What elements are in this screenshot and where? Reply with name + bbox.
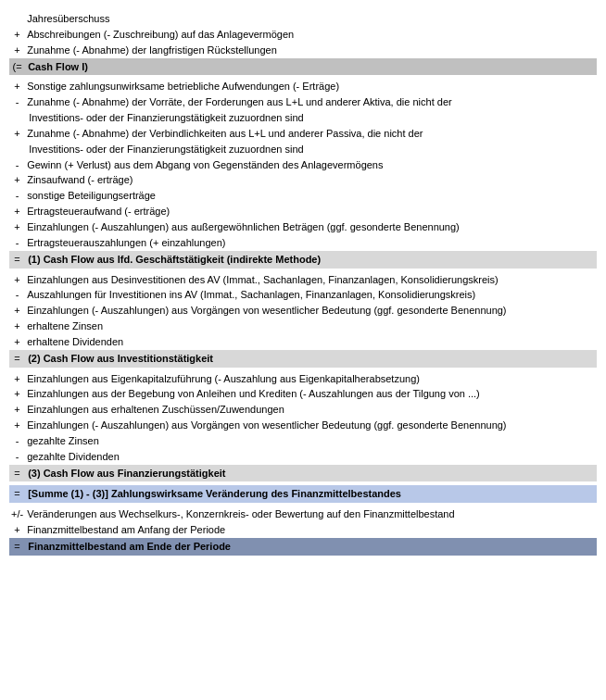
row-text: Einzahlungen aus erhaltenen Zuschüssen/Z… — [25, 402, 597, 418]
table-row: =[Summe (1) - (3)] Zahlungswirksame Verä… — [9, 485, 597, 503]
row-text: Abschreibungen (- Zuschreibung) auf das … — [25, 27, 597, 43]
row-text: Zunahme (- Abnahme) der Vorräte, der For… — [25, 94, 597, 110]
row-symbol: + — [9, 386, 25, 402]
table-row: +Einzahlungen (- Auszahlungen) aus Vorgä… — [9, 418, 597, 433]
table-row: +Zunahme (- Abnahme) der Verbindlichkeit… — [9, 126, 597, 142]
row-text: Ertragsteueraufwand (- erträge) — [25, 204, 597, 219]
table-row: -gezahlte Zinsen — [9, 433, 597, 449]
row-symbol: - — [9, 235, 25, 251]
row-text: Cash Flow I) — [25, 58, 597, 76]
row-text: Gewinn (+ Verlust) aus dem Abgang von Ge… — [25, 157, 597, 173]
table-row: +Einzahlungen (- Auszahlungen) aus Vorgä… — [9, 303, 597, 319]
table-row: +Einzahlungen aus Eigenkapitalzuführung … — [9, 371, 597, 387]
row-symbol — [9, 110, 25, 126]
row-text: erhaltene Dividenden — [25, 334, 597, 350]
row-text: (3) Cash Flow aus Finanzierungstätigkeit — [25, 465, 597, 482]
row-symbol: - — [9, 433, 25, 449]
row-text: Einzahlungen aus Eigenkapitalzuführung (… — [25, 371, 597, 387]
table-row: +Abschreibungen (- Zuschreibung) auf das… — [9, 27, 597, 43]
row-symbol: + — [9, 126, 25, 142]
table-row: +Einzahlungen aus der Begebung von Anlei… — [9, 386, 597, 402]
row-text: Auszahlungen für Investitionen ins AV (I… — [25, 287, 597, 303]
row-symbol: + — [9, 219, 25, 235]
row-symbol: + — [9, 418, 25, 433]
table-row: Jahresüberschuss — [9, 11, 597, 27]
row-text: Zinsaufwand (- erträge) — [25, 172, 597, 188]
row-symbol: - — [9, 94, 25, 110]
table-row: +Sonstige zahlungsunwirksame betrieblich… — [9, 79, 597, 94]
row-symbol: + — [9, 272, 25, 288]
row-text: (1) Cash Flow aus lfd. Geschäftstätigkei… — [25, 251, 597, 269]
row-symbol: - — [9, 157, 25, 173]
row-symbol: = — [9, 350, 25, 368]
table-row: (=Cash Flow I) — [9, 58, 597, 76]
row-symbol: +/- — [9, 506, 25, 522]
row-symbol: (= — [9, 58, 25, 76]
row-text: Investitions- oder der Finanzierungstäti… — [25, 110, 597, 126]
row-text: gezahlte Zinsen — [25, 433, 597, 449]
table-row: +erhaltene Zinsen — [9, 319, 597, 334]
table-row: +Zinsaufwand (- erträge) — [9, 172, 597, 188]
row-symbol: + — [9, 522, 25, 538]
cash-flow-table: Jahresüberschuss+Abschreibungen (- Zusch… — [9, 11, 597, 556]
row-symbol: + — [9, 79, 25, 94]
row-text: Zunahme (- Abnahme) der langfristigen Rü… — [25, 43, 597, 58]
row-symbol: + — [9, 402, 25, 418]
row-text: Einzahlungen aus Desinvestitionen des AV… — [25, 272, 597, 288]
row-text: Einzahlungen (- Auszahlungen) aus Vorgän… — [25, 418, 597, 433]
row-text: Jahresüberschuss — [25, 11, 597, 27]
table-row: =(1) Cash Flow aus lfd. Geschäftstätigke… — [9, 251, 597, 269]
row-symbol: - — [9, 449, 25, 465]
table-row: -sonstige Beteiligungserträge — [9, 188, 597, 204]
row-text: Investitions- oder der Finanzierungstäti… — [25, 142, 597, 157]
row-text: Einzahlungen aus der Begebung von Anleih… — [25, 386, 597, 402]
row-symbol: + — [9, 27, 25, 43]
row-symbol: + — [9, 319, 25, 334]
row-symbol: = — [9, 538, 25, 556]
table-row: +Einzahlungen aus Desinvestitionen des A… — [9, 272, 597, 288]
row-symbol: + — [9, 371, 25, 387]
row-symbol: + — [9, 204, 25, 219]
row-text: (2) Cash Flow aus Investitionstätigkeit — [25, 350, 597, 368]
row-text: Einzahlungen (- Auszahlungen) aus Vorgän… — [25, 303, 597, 319]
table-row: -Ertragsteuerauszahlungen (+ einzahlunge… — [9, 235, 597, 251]
table-row: +erhaltene Dividenden — [9, 334, 597, 350]
row-symbol: = — [9, 251, 25, 269]
row-text: erhaltene Zinsen — [25, 319, 597, 334]
row-text: Veränderungen aus Wechselkurs-, Konzernk… — [25, 506, 597, 522]
table-row: +Ertragsteueraufwand (- erträge) — [9, 204, 597, 219]
row-symbol: + — [9, 334, 25, 350]
table-row: +/-Veränderungen aus Wechselkurs-, Konze… — [9, 506, 597, 522]
table-row: +Zunahme (- Abnahme) der langfristigen R… — [9, 43, 597, 58]
main-container: Jahresüberschuss+Abschreibungen (- Zusch… — [0, 0, 606, 569]
table-row: =(3) Cash Flow aus Finanzierungstätigkei… — [9, 465, 597, 482]
row-symbol — [9, 11, 25, 27]
row-symbol: = — [9, 465, 25, 482]
table-row: -Auszahlungen für Investitionen ins AV (… — [9, 287, 597, 303]
table-row: Investitions- oder der Finanzierungstäti… — [9, 142, 597, 157]
row-symbol: + — [9, 172, 25, 188]
row-symbol: - — [9, 188, 25, 204]
row-symbol: + — [9, 43, 25, 58]
row-text: [Summe (1) - (3)] Zahlungswirksame Verän… — [25, 485, 597, 503]
row-text: Ertragsteuerauszahlungen (+ einzahlungen… — [25, 235, 597, 251]
row-symbol — [9, 142, 25, 157]
table-row: +Einzahlungen aus erhaltenen Zuschüssen/… — [9, 402, 597, 418]
row-text: gezahlte Dividenden — [25, 449, 597, 465]
table-row: +Finanzmittelbestand am Anfang der Perio… — [9, 522, 597, 538]
row-text: Finanzmittelbestand am Anfang der Period… — [25, 522, 597, 538]
row-text: sonstige Beteiligungserträge — [25, 188, 597, 204]
row-symbol: - — [9, 287, 25, 303]
table-row: =(2) Cash Flow aus Investitionstätigkeit — [9, 350, 597, 368]
table-row: -Gewinn (+ Verlust) aus dem Abgang von G… — [9, 157, 597, 173]
row-symbol: = — [9, 485, 25, 503]
row-text: Einzahlungen (- Auszahlungen) aus außerg… — [25, 219, 597, 235]
table-row: Investitions- oder der Finanzierungstäti… — [9, 110, 597, 126]
table-row: -Zunahme (- Abnahme) der Vorräte, der Fo… — [9, 94, 597, 110]
row-text: Zunahme (- Abnahme) der Verbindlichkeite… — [25, 126, 597, 142]
table-row: =Finanzmittelbestand am Ende der Periode — [9, 538, 597, 556]
row-text: Finanzmittelbestand am Ende der Periode — [25, 538, 597, 556]
row-text: Sonstige zahlungsunwirksame betriebliche… — [25, 79, 597, 94]
table-row: +Einzahlungen (- Auszahlungen) aus außer… — [9, 219, 597, 235]
table-row: -gezahlte Dividenden — [9, 449, 597, 465]
